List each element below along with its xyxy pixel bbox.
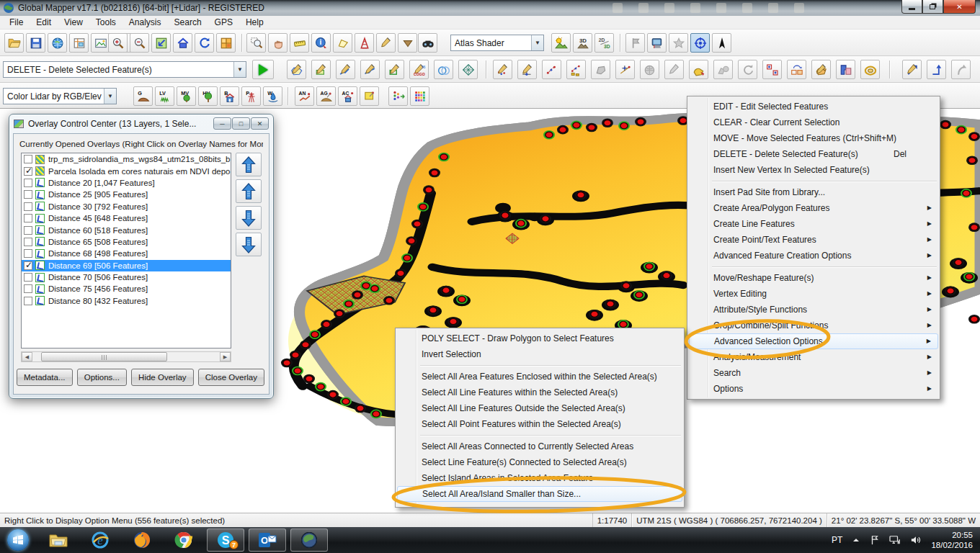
more-tools-dropdown-button[interactable] bbox=[398, 33, 417, 53]
create-rect-area-button[interactable] bbox=[311, 60, 331, 79]
metadata-button[interactable]: Metadata... bbox=[17, 369, 73, 386]
feature-context-menu[interactable]: EDIT - Edit Selected FeaturesCLEAR - Cle… bbox=[687, 96, 940, 400]
layer-checkbox[interactable] bbox=[24, 155, 32, 163]
scroll-left-arrow[interactable]: ◀ bbox=[22, 352, 32, 361]
scroll-right-arrow[interactable]: ▶ bbox=[220, 352, 231, 361]
overlay-control-center-dialog[interactable]: Overlay Control Center (13 Layers, 1 Sel… bbox=[9, 114, 274, 399]
map-view[interactable]: Overlay Control Center (13 Layers, 1 Sel… bbox=[0, 109, 980, 513]
lidar-class-g-button[interactable]: G bbox=[133, 86, 153, 106]
gps-display-button[interactable]: i bbox=[647, 33, 667, 53]
layer-row[interactable]: Distance 20 [1,047 Features] bbox=[22, 177, 231, 189]
submenu-item[interactable]: Select All Area Features Enclosed within… bbox=[397, 369, 682, 385]
dialog-minimize-button[interactable]: ─ bbox=[213, 117, 231, 130]
layer-row[interactable]: Distance 70 [506 Features] bbox=[22, 271, 231, 283]
shape-disabled-button[interactable] bbox=[591, 60, 610, 79]
lidar-an-button[interactable]: AN bbox=[295, 86, 314, 106]
taskbar-outlook-icon[interactable]: O bbox=[249, 529, 286, 552]
context-menu-item[interactable]: Advanced Feature Creation Options▶ bbox=[689, 248, 938, 264]
action-combo[interactable]: DELETE - Delete Selected Feature(s) ▼ bbox=[3, 61, 246, 78]
layer-checkbox[interactable] bbox=[24, 190, 32, 199]
layer-checkbox[interactable] bbox=[24, 226, 32, 235]
flag-disabled-button[interactable] bbox=[625, 33, 645, 53]
lidar-class-b-button[interactable]: B bbox=[220, 86, 239, 106]
lidar-combo[interactable]: Color Lidar by RGB/Elev ▼ bbox=[3, 88, 117, 104]
tower-3d-button[interactable] bbox=[355, 33, 374, 53]
layer-checkbox[interactable] bbox=[24, 238, 32, 246]
context-menu-item[interactable]: Advanced Selection Options▶ bbox=[689, 333, 938, 349]
create-line-button[interactable] bbox=[336, 60, 355, 79]
layer-checkbox[interactable] bbox=[24, 249, 32, 258]
apply-action-button[interactable] bbox=[252, 60, 274, 79]
taskbar-explorer-icon[interactable] bbox=[40, 529, 77, 552]
open-file-button[interactable] bbox=[4, 33, 24, 53]
create-freehand-button[interactable] bbox=[360, 60, 380, 79]
layer-row[interactable]: Distance 30 [792 Features] bbox=[22, 201, 231, 212]
dialog-titlebar[interactable]: Overlay Control Center (13 Layers, 1 Sel… bbox=[9, 114, 273, 132]
points-pair-button[interactable] bbox=[762, 60, 782, 79]
profile-3d-button[interactable]: 2D3D bbox=[594, 33, 614, 53]
feature-info-button[interactable]: i bbox=[311, 33, 331, 53]
advanced-selection-submenu[interactable]: POLY SELECT - Draw Polygon to Select Fea… bbox=[395, 328, 685, 508]
restore-button[interactable] bbox=[922, 0, 943, 14]
taskbar-firefox-icon[interactable] bbox=[123, 529, 161, 552]
context-menu-item[interactable]: MOVE - Move Selected Features (Ctrl+Shif… bbox=[689, 130, 938, 146]
layer-row[interactable]: Distance 68 [498 Features] bbox=[22, 248, 231, 259]
context-menu-item[interactable]: Search▶ bbox=[689, 365, 938, 381]
submenu-item[interactable]: POLY SELECT - Draw Polygon to Select Fea… bbox=[397, 331, 682, 346]
digitizer-button[interactable] bbox=[376, 33, 396, 53]
dialog-close-button[interactable]: ✕ bbox=[251, 117, 269, 130]
path-multi-button[interactable] bbox=[566, 60, 586, 79]
lidar-class-w-button[interactable]: W bbox=[263, 86, 282, 106]
horizontal-scrollbar[interactable]: ◀ ▶ bbox=[21, 351, 231, 362]
layer-checkbox[interactable] bbox=[24, 297, 32, 305]
lidar-flag-button[interactable] bbox=[360, 86, 379, 106]
create-area-button[interactable] bbox=[287, 60, 306, 79]
close-overlay-button[interactable]: Close Overlay bbox=[198, 369, 264, 386]
vertex-edit-button[interactable] bbox=[517, 60, 537, 79]
layer-row[interactable]: trp_ms_sidrolandia_ms_wgs84_utm21s_08bit… bbox=[22, 153, 231, 165]
submenu-item[interactable]: Select All Point Features within the Sel… bbox=[397, 416, 682, 432]
context-menu-item[interactable]: Insert Pad Site from Library... bbox=[689, 184, 938, 200]
context-menu-item[interactable]: Create Area/Polygon Features▶ bbox=[689, 200, 938, 216]
tile-windows-button[interactable] bbox=[216, 33, 236, 53]
language-indicator[interactable]: PT bbox=[832, 535, 842, 545]
lidar-class-hv-button[interactable]: HV bbox=[198, 86, 218, 106]
menubar-item-file[interactable]: File bbox=[3, 16, 30, 29]
select-shape-button[interactable] bbox=[333, 33, 352, 53]
layer-checkbox[interactable] bbox=[24, 261, 32, 270]
save-workspace-button[interactable] bbox=[26, 33, 45, 53]
scrollbar-thumb[interactable] bbox=[41, 352, 167, 361]
context-menu-item[interactable]: Attribute/Style Functions▶ bbox=[689, 302, 938, 318]
menubar-item-gps[interactable]: GPS bbox=[208, 16, 239, 29]
lidar-class-p-button[interactable]: P bbox=[241, 86, 261, 106]
layer-checkbox[interactable] bbox=[24, 214, 32, 222]
capture-screen-button[interactable] bbox=[91, 33, 110, 53]
arrow-up-button[interactable] bbox=[927, 60, 946, 79]
layer-row[interactable]: Distance 80 [432 Features] bbox=[22, 295, 231, 307]
submenu-item[interactable]: Select Island Areas in Selected Area Fea… bbox=[397, 470, 682, 486]
action-center-flag-icon[interactable] bbox=[870, 535, 880, 545]
options-button[interactable]: Options... bbox=[77, 369, 127, 386]
layer-list[interactable]: trp_ms_sidrolandia_ms_wgs84_utm21s_08bit… bbox=[21, 153, 231, 349]
path-points-button[interactable] bbox=[542, 60, 561, 79]
binoculars-button[interactable] bbox=[418, 33, 437, 53]
menubar-item-search[interactable]: Search bbox=[168, 16, 208, 29]
layer-checkbox[interactable] bbox=[24, 167, 32, 176]
menubar-item-edit[interactable]: Edit bbox=[30, 16, 58, 29]
menubar-item-view[interactable]: View bbox=[58, 16, 89, 29]
create-buffer-button[interactable] bbox=[434, 60, 453, 79]
layer-row[interactable]: Distance 60 [518 Features] bbox=[22, 224, 231, 235]
taskbar-chrome-icon[interactable] bbox=[165, 529, 202, 552]
dialog-maximize-button[interactable]: □ bbox=[232, 117, 250, 130]
copy-shift-button[interactable] bbox=[787, 60, 806, 79]
layer-row[interactable]: Distance 65 [508 Features] bbox=[22, 236, 231, 248]
move-top-button[interactable] bbox=[236, 153, 262, 176]
context-menu-item[interactable]: Analysis/Measurement▶ bbox=[689, 349, 938, 365]
color-palette-button[interactable] bbox=[410, 86, 429, 106]
context-menu-item[interactable]: Crop/Combine/Split Functions▶ bbox=[689, 318, 938, 333]
download-online-data-button[interactable] bbox=[48, 33, 67, 53]
context-menu-item[interactable]: CLEAR - Clear Current Selection bbox=[689, 114, 938, 130]
context-menu-item[interactable]: Create Point/Text Features▶ bbox=[689, 232, 938, 248]
submenu-item[interactable]: Select Line Feature(s) Connected to Sele… bbox=[397, 454, 682, 470]
layer-row[interactable]: Distance 25 [905 Features] bbox=[22, 189, 231, 200]
